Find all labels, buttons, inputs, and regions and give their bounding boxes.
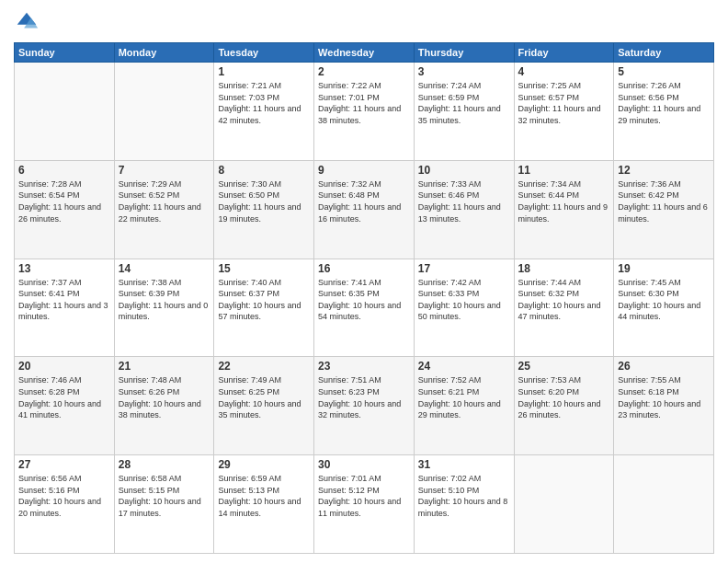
day-info: Sunrise: 7:49 AMSunset: 6:25 PMDaylight:…	[218, 374, 310, 420]
day-info: Sunrise: 7:24 AMSunset: 6:59 PMDaylight:…	[418, 80, 510, 126]
calendar-week-row: 13Sunrise: 7:37 AMSunset: 6:41 PMDayligh…	[15, 259, 714, 357]
day-info: Sunrise: 7:42 AMSunset: 6:33 PMDaylight:…	[418, 277, 510, 323]
calendar-day-cell: 17Sunrise: 7:42 AMSunset: 6:33 PMDayligh…	[414, 259, 514, 357]
day-number: 17	[418, 262, 510, 275]
day-info: Sunrise: 7:22 AMSunset: 7:01 PMDaylight:…	[318, 80, 410, 126]
calendar-day-cell: 10Sunrise: 7:33 AMSunset: 6:46 PMDayligh…	[414, 160, 514, 259]
day-number: 22	[218, 360, 310, 373]
day-info: Sunrise: 7:44 AMSunset: 6:32 PMDaylight:…	[518, 277, 610, 323]
day-number: 19	[618, 262, 710, 275]
weekday-header: Friday	[514, 43, 614, 63]
calendar-day-cell: 6Sunrise: 7:28 AMSunset: 6:54 PMDaylight…	[15, 160, 115, 259]
calendar-day-cell: 9Sunrise: 7:32 AMSunset: 6:48 PMDaylight…	[314, 160, 415, 259]
day-info: Sunrise: 7:25 AMSunset: 6:57 PMDaylight:…	[518, 80, 610, 126]
calendar-day-cell: 2Sunrise: 7:22 AMSunset: 7:01 PMDaylight…	[314, 63, 415, 161]
day-number: 30	[318, 458, 410, 471]
calendar-day-cell	[114, 63, 214, 161]
day-number: 27	[18, 458, 110, 471]
weekday-header: Monday	[114, 43, 214, 63]
day-info: Sunrise: 7:29 AMSunset: 6:52 PMDaylight:…	[119, 178, 210, 224]
calendar-week-row: 1Sunrise: 7:21 AMSunset: 7:03 PMDaylight…	[15, 63, 714, 161]
calendar-day-cell: 20Sunrise: 7:46 AMSunset: 6:28 PMDayligh…	[15, 357, 115, 455]
calendar-day-cell: 3Sunrise: 7:24 AMSunset: 6:59 PMDaylight…	[414, 63, 514, 161]
day-number: 9	[318, 164, 410, 177]
calendar-day-cell: 12Sunrise: 7:36 AMSunset: 6:42 PMDayligh…	[614, 160, 714, 259]
calendar-day-cell: 13Sunrise: 7:37 AMSunset: 6:41 PMDayligh…	[15, 259, 115, 357]
calendar-day-cell: 27Sunrise: 6:56 AMSunset: 5:16 PMDayligh…	[15, 455, 115, 554]
day-info: Sunrise: 6:59 AMSunset: 5:13 PMDaylight:…	[218, 473, 310, 519]
calendar-day-cell	[15, 63, 115, 161]
day-info: Sunrise: 7:26 AMSunset: 6:56 PMDaylight:…	[618, 80, 710, 126]
day-info: Sunrise: 7:36 AMSunset: 6:42 PMDaylight:…	[618, 178, 710, 224]
day-info: Sunrise: 7:55 AMSunset: 6:18 PMDaylight:…	[618, 374, 710, 420]
calendar-day-cell: 15Sunrise: 7:40 AMSunset: 6:37 PMDayligh…	[214, 259, 314, 357]
day-number: 28	[119, 458, 210, 471]
calendar-day-cell: 26Sunrise: 7:55 AMSunset: 6:18 PMDayligh…	[614, 357, 714, 455]
weekday-header: Saturday	[614, 43, 714, 63]
calendar-week-row: 27Sunrise: 6:56 AMSunset: 5:16 PMDayligh…	[15, 455, 714, 554]
day-number: 6	[18, 164, 110, 177]
calendar-day-cell: 23Sunrise: 7:51 AMSunset: 6:23 PMDayligh…	[314, 357, 415, 455]
day-number: 14	[119, 262, 210, 275]
day-info: Sunrise: 7:45 AMSunset: 6:30 PMDaylight:…	[618, 277, 710, 323]
day-number: 21	[119, 360, 210, 373]
day-info: Sunrise: 7:37 AMSunset: 6:41 PMDaylight:…	[18, 277, 110, 323]
calendar-day-cell: 22Sunrise: 7:49 AMSunset: 6:25 PMDayligh…	[214, 357, 314, 455]
day-number: 20	[18, 360, 110, 373]
day-number: 2	[318, 65, 410, 78]
day-number: 10	[418, 164, 510, 177]
day-number: 7	[119, 164, 210, 177]
weekday-header: Thursday	[414, 43, 514, 63]
day-info: Sunrise: 7:46 AMSunset: 6:28 PMDaylight:…	[18, 374, 110, 420]
day-number: 18	[518, 262, 610, 275]
calendar-day-cell: 28Sunrise: 6:58 AMSunset: 5:15 PMDayligh…	[114, 455, 214, 554]
day-number: 23	[318, 360, 410, 373]
calendar-day-cell: 29Sunrise: 6:59 AMSunset: 5:13 PMDayligh…	[214, 455, 314, 554]
calendar-day-cell: 7Sunrise: 7:29 AMSunset: 6:52 PMDaylight…	[114, 160, 214, 259]
day-info: Sunrise: 7:38 AMSunset: 6:39 PMDaylight:…	[119, 277, 210, 323]
calendar-day-cell: 30Sunrise: 7:01 AMSunset: 5:12 PMDayligh…	[314, 455, 415, 554]
calendar-day-cell	[614, 455, 714, 554]
calendar-week-row: 6Sunrise: 7:28 AMSunset: 6:54 PMDaylight…	[15, 160, 714, 259]
day-number: 3	[418, 65, 510, 78]
day-number: 26	[618, 360, 710, 373]
calendar-table: SundayMondayTuesdayWednesdayThursdayFrid…	[14, 42, 714, 554]
header	[14, 9, 714, 35]
day-number: 31	[418, 458, 510, 471]
day-number: 15	[218, 262, 310, 275]
day-number: 16	[318, 262, 410, 275]
page: SundayMondayTuesdayWednesdayThursdayFrid…	[0, 0, 728, 563]
day-info: Sunrise: 7:01 AMSunset: 5:12 PMDaylight:…	[318, 473, 410, 519]
day-info: Sunrise: 7:28 AMSunset: 6:54 PMDaylight:…	[18, 178, 110, 224]
day-number: 29	[218, 458, 310, 471]
day-number: 25	[518, 360, 610, 373]
calendar-day-cell: 25Sunrise: 7:53 AMSunset: 6:20 PMDayligh…	[514, 357, 614, 455]
day-info: Sunrise: 7:41 AMSunset: 6:35 PMDaylight:…	[318, 277, 410, 323]
weekday-header: Sunday	[15, 43, 115, 63]
day-info: Sunrise: 7:40 AMSunset: 6:37 PMDaylight:…	[218, 277, 310, 323]
calendar-day-cell: 4Sunrise: 7:25 AMSunset: 6:57 PMDaylight…	[514, 63, 614, 161]
day-info: Sunrise: 7:33 AMSunset: 6:46 PMDaylight:…	[418, 178, 510, 224]
day-info: Sunrise: 7:32 AMSunset: 6:48 PMDaylight:…	[318, 178, 410, 224]
day-info: Sunrise: 7:21 AMSunset: 7:03 PMDaylight:…	[218, 80, 310, 126]
weekday-header: Wednesday	[314, 43, 415, 63]
day-info: Sunrise: 7:34 AMSunset: 6:44 PMDaylight:…	[518, 178, 610, 224]
calendar-day-cell: 5Sunrise: 7:26 AMSunset: 6:56 PMDaylight…	[614, 63, 714, 161]
calendar-week-row: 20Sunrise: 7:46 AMSunset: 6:28 PMDayligh…	[15, 357, 714, 455]
logo	[14, 9, 43, 35]
calendar-day-cell: 19Sunrise: 7:45 AMSunset: 6:30 PMDayligh…	[614, 259, 714, 357]
day-number: 8	[218, 164, 310, 177]
day-number: 5	[618, 65, 710, 78]
day-number: 11	[518, 164, 610, 177]
day-info: Sunrise: 7:51 AMSunset: 6:23 PMDaylight:…	[318, 374, 410, 420]
day-info: Sunrise: 7:48 AMSunset: 6:26 PMDaylight:…	[119, 374, 210, 420]
day-number: 12	[618, 164, 710, 177]
logo-icon	[14, 9, 40, 35]
calendar-day-cell: 18Sunrise: 7:44 AMSunset: 6:32 PMDayligh…	[514, 259, 614, 357]
calendar-day-cell: 31Sunrise: 7:02 AMSunset: 5:10 PMDayligh…	[414, 455, 514, 554]
day-info: Sunrise: 7:52 AMSunset: 6:21 PMDaylight:…	[418, 374, 510, 420]
calendar-day-cell: 11Sunrise: 7:34 AMSunset: 6:44 PMDayligh…	[514, 160, 614, 259]
day-number: 24	[418, 360, 510, 373]
day-info: Sunrise: 7:30 AMSunset: 6:50 PMDaylight:…	[218, 178, 310, 224]
weekday-header: Tuesday	[214, 43, 314, 63]
